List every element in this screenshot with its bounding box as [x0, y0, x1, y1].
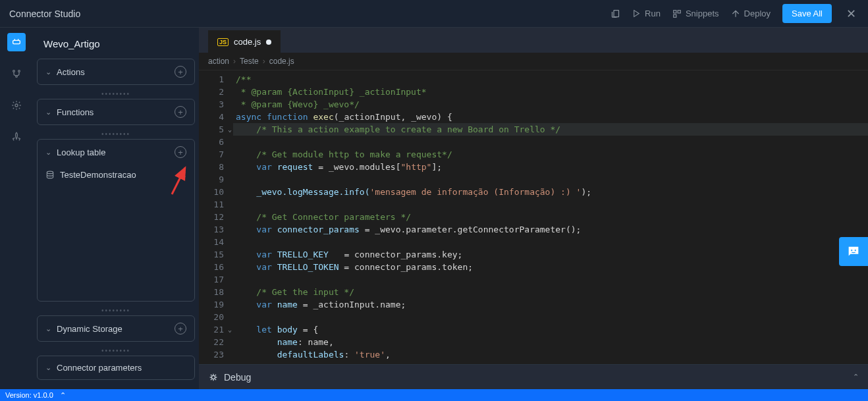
breadcrumb[interactable]: action › Teste › code.js: [199, 53, 868, 70]
version-chevron-icon[interactable]: ⌃: [60, 391, 66, 400]
breadcrumb-file: code.js: [269, 57, 294, 66]
code-editor[interactable]: 1234 5⌄ 6789 10111213 14151617 181920 21…: [199, 70, 868, 364]
drag-handle[interactable]: ••••••••: [37, 347, 195, 354]
bug-icon: [208, 372, 219, 383]
code-content: /** * @param {ActionInput} _actionInput*…: [233, 70, 868, 364]
svg-point-7: [18, 70, 20, 72]
panel-functions: ⌄ Functions +: [37, 99, 195, 125]
panel-functions-header[interactable]: ⌄ Functions +: [38, 99, 194, 124]
svg-marker-1: [634, 11, 639, 17]
add-function-button[interactable]: +: [175, 106, 186, 118]
drag-handle[interactable]: ••••••••: [37, 90, 195, 97]
panel-lookup-header[interactable]: ⌄ Lookup table +: [38, 140, 194, 165]
version-label: Version: v1.0.0: [5, 391, 53, 399]
app-title: Connector Studio: [9, 9, 80, 19]
fold-icon[interactable]: ⌄: [228, 323, 232, 336]
drag-handle[interactable]: ••••••••: [37, 307, 195, 314]
unsaved-dot-icon: [266, 40, 271, 45]
tab-bar: JS code.js: [199, 28, 868, 53]
svg-point-9: [15, 104, 18, 107]
panel-actions-label: Actions: [57, 67, 85, 77]
project-header: Wevo_Artigo: [37, 33, 195, 55]
breadcrumb-sep: ›: [263, 57, 265, 66]
breadcrumb-sep: ›: [233, 57, 236, 66]
snippets-button[interactable]: Snippets: [672, 9, 719, 18]
rail-git-icon[interactable]: [7, 65, 26, 83]
svg-rect-0: [614, 11, 619, 17]
svg-point-11: [211, 375, 215, 379]
breadcrumb-teste: Teste: [240, 57, 259, 66]
debug-bar[interactable]: Debug ⌃: [199, 364, 868, 389]
run-label: Run: [645, 9, 661, 18]
chevron-up-icon[interactable]: ⌃: [853, 373, 859, 381]
svg-point-6: [13, 70, 15, 72]
editor-area: JS code.js action › Teste › code.js 1234…: [199, 28, 868, 389]
panel-connector-params: ⌄ Connector parameters: [37, 356, 195, 380]
panel-dynamic-storage: ⌄ Dynamic Storage +: [37, 315, 195, 342]
project-name: Wevo_Artigo: [43, 38, 100, 49]
rail-rocket-icon[interactable]: [7, 128, 26, 146]
add-action-button[interactable]: +: [175, 66, 186, 78]
panel-lookup-label: Lookup table: [57, 147, 105, 157]
panel-actions: ⌄ Actions +: [37, 59, 195, 85]
panel-dynamic-storage-header[interactable]: ⌄ Dynamic Storage +: [38, 316, 194, 341]
chevron-down-icon: ⌄: [45, 108, 51, 117]
rail-gear-icon[interactable]: [7, 96, 26, 115]
add-storage-button[interactable]: +: [175, 323, 186, 334]
svg-rect-3: [678, 10, 680, 13]
snippets-label: Snippets: [686, 9, 719, 18]
svg-point-14: [851, 250, 852, 251]
top-actions: Run Snippets Deploy Save All ✕: [610, 4, 859, 23]
chevron-down-icon: ⌄: [45, 325, 51, 333]
clipboard-button[interactable]: [610, 9, 620, 18]
lookup-item[interactable]: TesteDemonstracao ✕: [38, 165, 194, 185]
panel-functions-label: Functions: [57, 107, 94, 117]
database-icon: [45, 171, 55, 180]
chevron-down-icon: ⌄: [45, 148, 51, 157]
chevron-down-icon: ⌄: [45, 363, 51, 372]
fold-icon[interactable]: ⌄: [228, 123, 232, 136]
add-lookup-button[interactable]: +: [175, 146, 186, 158]
delete-lookup-icon[interactable]: ✕: [179, 170, 186, 180]
js-file-icon: JS: [217, 38, 229, 46]
svg-point-15: [855, 250, 856, 251]
tab-code-js[interactable]: JS code.js: [208, 30, 281, 53]
svg-rect-4: [674, 14, 676, 17]
line-gutter: 1234 5⌄ 6789 10111213 14151617 181920 21…: [199, 70, 233, 364]
lookup-item-label: TesteDemonstracao: [60, 170, 136, 180]
icon-rail: [0, 28, 33, 389]
run-button[interactable]: Run: [632, 9, 661, 18]
panel-connector-params-header[interactable]: ⌄ Connector parameters: [38, 356, 194, 379]
svg-point-10: [47, 171, 53, 174]
panel-dynamic-storage-label: Dynamic Storage: [57, 324, 122, 334]
save-all-button[interactable]: Save All: [782, 4, 832, 23]
sidebar: Wevo_Artigo ⌄ Actions + •••••••• ⌄ Funct…: [33, 28, 199, 389]
top-bar: Connector Studio Run Snippets Deploy Sav…: [0, 0, 868, 28]
chevron-down-icon: ⌄: [45, 68, 51, 76]
deploy-label: Deploy: [744, 9, 771, 18]
version-bar: Version: v1.0.0 ⌃: [0, 389, 868, 401]
close-icon[interactable]: ✕: [844, 7, 859, 21]
chat-icon: [846, 244, 861, 259]
tab-label: code.js: [234, 37, 261, 47]
chat-widget-button[interactable]: [839, 237, 868, 266]
debug-label: Debug: [224, 372, 251, 383]
svg-rect-2: [674, 10, 676, 13]
deploy-button[interactable]: Deploy: [731, 9, 771, 18]
panel-lookup: ⌄ Lookup table + TesteDemonstracao ✕: [37, 139, 195, 302]
rail-connector-icon[interactable]: [7, 33, 26, 51]
drag-handle[interactable]: ••••••••: [37, 130, 195, 138]
breadcrumb-action: action: [208, 57, 229, 66]
panel-connector-params-label: Connector parameters: [57, 363, 142, 373]
main-layout: Wevo_Artigo ⌄ Actions + •••••••• ⌄ Funct…: [0, 28, 868, 389]
svg-rect-5: [13, 40, 20, 43]
panel-actions-header[interactable]: ⌄ Actions +: [38, 59, 194, 84]
